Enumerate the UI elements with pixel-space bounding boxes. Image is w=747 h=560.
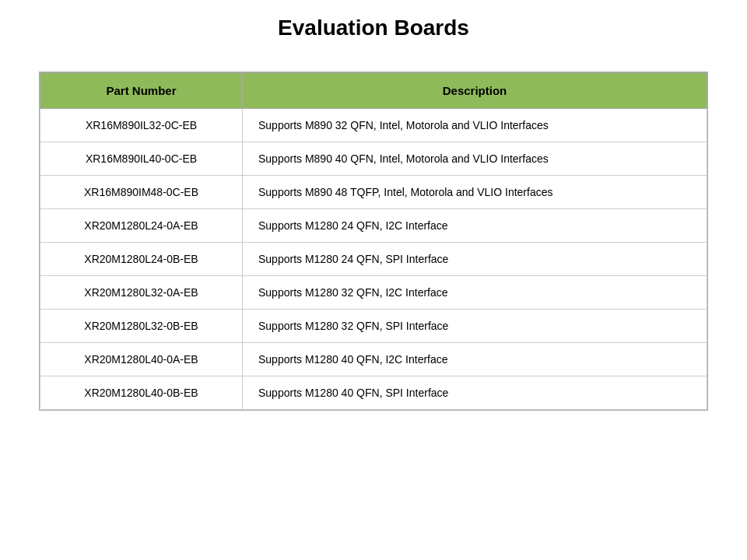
cell-part-number: XR20M1280L24-0B-EB: [40, 243, 243, 276]
table-row: XR20M1280L40-0B-EBSupports M1280 40 QFN,…: [40, 376, 707, 410]
cell-description: Supports M1280 32 QFN, I2C Interface: [243, 276, 707, 310]
cell-description: Supports M890 32 QFN, Intel, Motorola an…: [243, 109, 707, 142]
cell-part-number: XR16M890IL40-0C-EB: [40, 142, 243, 176]
cell-description: Supports M1280 40 QFN, SPI Interface: [243, 376, 707, 410]
cell-part-number: XR20M1280L32-0B-EB: [40, 310, 243, 343]
cell-part-number: XR20M1280L24-0A-EB: [40, 209, 243, 243]
cell-part-number: XR20M1280L40-0A-EB: [40, 343, 243, 376]
cell-part-number: XR20M1280L40-0B-EB: [40, 376, 243, 410]
table-row: XR20M1280L32-0A-EBSupports M1280 32 QFN,…: [40, 276, 707, 310]
table-row: XR16M890IL40-0C-EBSupports M890 40 QFN, …: [40, 142, 707, 176]
cell-description: Supports M1280 24 QFN, SPI Interface: [243, 243, 707, 276]
table-row: XR16M890IM48-0C-EBSupports M890 48 TQFP,…: [40, 176, 707, 209]
cell-description: Supports M1280 32 QFN, SPI Interface: [243, 310, 707, 343]
cell-description: Supports M1280 24 QFN, I2C Interface: [243, 209, 707, 243]
table-header-row: Part Number Description: [40, 73, 707, 109]
table-row: XR20M1280L40-0A-EBSupports M1280 40 QFN,…: [40, 343, 707, 376]
evaluation-boards-table: Part Number Description XR16M890IL32-0C-…: [39, 72, 708, 411]
table-row: XR20M1280L24-0A-EBSupports M1280 24 QFN,…: [40, 209, 707, 243]
table-row: XR20M1280L24-0B-EBSupports M1280 24 QFN,…: [40, 243, 707, 276]
cell-description: Supports M890 40 QFN, Intel, Motorola an…: [243, 142, 707, 176]
col-header-part-number: Part Number: [40, 73, 243, 109]
table-row: XR20M1280L32-0B-EBSupports M1280 32 QFN,…: [40, 310, 707, 343]
table-row: XR16M890IL32-0C-EBSupports M890 32 QFN, …: [40, 109, 707, 142]
col-header-description: Description: [243, 73, 707, 109]
cell-part-number: XR16M890IM48-0C-EB: [40, 176, 243, 209]
cell-part-number: XR20M1280L32-0A-EB: [40, 276, 243, 310]
page-title: Evaluation Boards: [278, 16, 469, 40]
cell-description: Supports M890 48 TQFP, Intel, Motorola a…: [243, 176, 707, 209]
cell-description: Supports M1280 40 QFN, I2C Interface: [243, 343, 707, 376]
cell-part-number: XR16M890IL32-0C-EB: [40, 109, 243, 142]
